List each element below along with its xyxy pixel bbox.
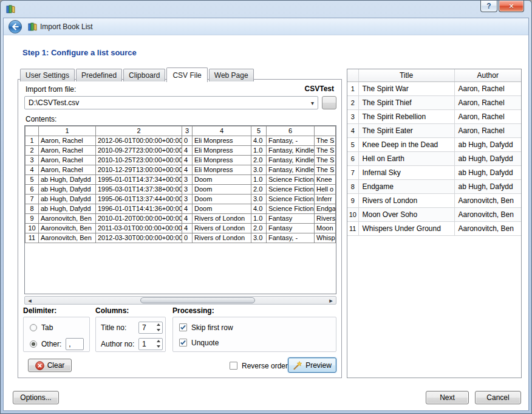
csv-cell[interactable]: Fantasy, Kindle <box>267 165 315 175</box>
csv-cell[interactable]: Fantasy, - <box>267 233 315 243</box>
csv-cell[interactable]: Fantasy <box>267 224 315 233</box>
csv-cell[interactable]: Eli Monpress <box>193 165 251 175</box>
csv-contents-grid[interactable]: 123456 1Aaron, Rachel2012-06-01T00:00:00… <box>24 125 336 294</box>
csv-cell[interactable]: Rivers <box>315 214 336 224</box>
csv-cell[interactable]: 2010-10-25T23:00:00+00:00 <box>96 156 182 165</box>
csv-cell[interactable]: 1995-03-01T14:37:38+00:00 <box>96 185 182 195</box>
preview-row[interactable]: 11Whispers Under GroundAaronovitch, Ben <box>347 221 521 235</box>
tab-clipboard[interactable]: Clipboard <box>123 69 165 81</box>
csv-cell[interactable]: ab Hugh, Dafydd <box>39 195 96 204</box>
preview-button[interactable]: Preview <box>288 357 336 373</box>
csv-cell[interactable]: Eli Monpress <box>193 146 251 156</box>
close-button[interactable]: ✕ <box>499 1 524 12</box>
chevron-down-icon[interactable]: ▾ <box>309 100 314 106</box>
browse-file-button[interactable] <box>322 96 336 109</box>
csv-cell[interactable]: The S <box>315 165 336 175</box>
csv-cell[interactable]: 1996-01-01T14:41:36+00:00 <box>96 204 182 214</box>
csv-cell[interactable]: Aaronovitch, Ben <box>39 233 96 243</box>
csv-cell[interactable]: Hell o <box>315 185 336 195</box>
tab-csv-file[interactable]: CSV File <box>166 67 207 82</box>
csv-cell[interactable]: The S <box>315 136 336 146</box>
csv-cell[interactable]: 2011-03-01T00:00:00+00:00 <box>96 224 182 233</box>
tab-web-page[interactable]: Web Page <box>209 69 254 81</box>
preview-row[interactable]: 5Knee Deep in the Deadab Hugh, Dafydd <box>347 137 521 151</box>
csv-cell[interactable]: 4 <box>182 224 193 233</box>
csv-cell[interactable]: 2010-01-20T00:00:00+00:00 <box>96 214 182 224</box>
preview-row[interactable]: 7Infernal Skyab Hugh, Dafydd <box>347 165 521 179</box>
csv-grid-column-header[interactable]: 1 <box>39 126 96 136</box>
scroll-left-icon[interactable]: ◂ <box>25 297 35 304</box>
csv-cell[interactable]: Rivers of London <box>193 214 251 224</box>
csv-cell[interactable]: The S <box>315 146 336 156</box>
csv-cell[interactable]: Knee <box>315 175 336 185</box>
csv-cell[interactable]: Aaronovitch, Ben <box>39 224 96 233</box>
csv-cell[interactable]: 4 <box>182 214 193 224</box>
csv-cell[interactable]: 3 <box>182 195 193 204</box>
csv-cell[interactable]: The S <box>315 156 336 165</box>
csv-cell[interactable]: Doom <box>193 204 251 214</box>
preview-row[interactable]: 4The Spirit EaterAaron, Rachel <box>347 123 521 137</box>
csv-cell[interactable]: Fantasy, Kindle <box>267 146 315 156</box>
csv-cell[interactable]: Doom <box>193 195 251 204</box>
csv-grid-column-header[interactable]: 2 <box>96 126 182 136</box>
preview-row[interactable]: 10Moon Over SohoAaronovitch, Ben <box>347 207 521 221</box>
csv-cell[interactable]: 1.0 <box>251 146 267 156</box>
preview-row[interactable]: 6Hell on Earthab Hugh, Dafydd <box>347 151 521 165</box>
preview-row[interactable]: 1The Spirit WarAaron, Rachel <box>347 81 521 95</box>
csv-cell[interactable]: 2010-12-29T13:00:00+00:00 <box>96 165 182 175</box>
options-button[interactable]: Options... <box>13 391 59 404</box>
csv-cell[interactable]: 3.0 <box>251 233 267 243</box>
csv-cell[interactable]: Fantasy, Kindle <box>267 156 315 165</box>
csv-cell[interactable]: 1995-01-01T14:37:34+00:00 <box>96 175 182 185</box>
radio-tab[interactable]: Tab <box>30 322 89 334</box>
preview-row[interactable]: 8Endgameab Hugh, Dafydd <box>347 179 521 193</box>
preview-header-title[interactable]: Title <box>358 69 454 81</box>
csv-cell[interactable]: 2010-09-27T23:00:00+00:00 <box>96 146 182 156</box>
csv-cell[interactable]: ab Hugh, Dafydd <box>39 204 96 214</box>
csv-cell[interactable]: Science Fiction <box>267 185 315 195</box>
csv-cell[interactable]: 1.0 <box>251 175 267 185</box>
csv-cell[interactable]: Aaron, Rachel <box>39 165 96 175</box>
csv-cell[interactable]: 0 <box>182 233 193 243</box>
csv-grid-column-header[interactable]: 5 <box>251 126 267 136</box>
csv-cell[interactable]: Doom <box>193 175 251 185</box>
csv-cell[interactable]: Rivers of London <box>193 224 251 233</box>
csv-cell[interactable]: Moon <box>315 224 336 233</box>
preview-header-author[interactable]: Author <box>454 69 521 81</box>
tab-predefined[interactable]: Predefined <box>76 69 122 81</box>
csv-cell[interactable]: Aaron, Rachel <box>39 156 96 165</box>
csv-cell[interactable]: Inferr <box>315 195 336 204</box>
csv-cell[interactable]: 2012-06-01T00:00:00+00:00 <box>96 136 182 146</box>
csv-cell[interactable]: 4.0 <box>251 204 267 214</box>
csv-cell[interactable]: Aaron, Rachel <box>39 146 96 156</box>
scrollbar-track[interactable] <box>35 297 326 304</box>
csv-cell[interactable]: 4 <box>182 156 193 165</box>
csv-grid-column-header[interactable]: 3 <box>182 126 193 136</box>
csv-cell[interactable]: 3 <box>182 185 193 195</box>
csv-cell[interactable]: ab Hugh, Dafydd <box>39 185 96 195</box>
csv-cell[interactable]: Aaronovitch, Ben <box>39 214 96 224</box>
csv-cell[interactable]: Fantasy, - <box>267 136 315 146</box>
checkbox-unquote[interactable]: Unquote <box>179 337 336 348</box>
csv-cell[interactable]: 0 <box>182 136 193 146</box>
csv-cell[interactable]: 2012-03-30T00:00:00+00:00 <box>96 233 182 243</box>
csv-cell[interactable]: 4 <box>182 165 193 175</box>
csv-grid-column-header[interactable]: 4 <box>193 126 251 136</box>
scroll-right-icon[interactable]: ▸ <box>326 297 336 304</box>
cancel-button[interactable]: Cancel <box>475 391 521 404</box>
preview-row[interactable]: 2The Spirit ThiefAaron, Rachel <box>347 95 521 109</box>
radio-other[interactable]: Other: <box>30 338 89 350</box>
csv-cell[interactable]: Fantasy <box>267 214 315 224</box>
clear-button[interactable]: Clear <box>28 359 72 372</box>
help-button[interactable]: ? <box>480 1 497 12</box>
csv-cell[interactable]: Rivers of London <box>193 233 251 243</box>
titlebar[interactable]: ? ✕ <box>1 1 531 18</box>
csv-cell[interactable]: Eli Monpress <box>193 156 251 165</box>
preview-row[interactable]: 9Rivers of LondonAaronovitch, Ben <box>347 193 521 207</box>
csv-grid-column-header[interactable]: 6 <box>267 126 315 136</box>
csv-cell[interactable]: 2.0 <box>251 156 267 165</box>
horizontal-scrollbar[interactable]: ◂ ▸ <box>24 296 336 305</box>
title-no-spinner[interactable]: 7 <box>138 322 163 334</box>
csv-cell[interactable]: 1995-06-01T13:37:44+00:00 <box>96 195 182 204</box>
next-button[interactable]: Next <box>426 391 469 404</box>
